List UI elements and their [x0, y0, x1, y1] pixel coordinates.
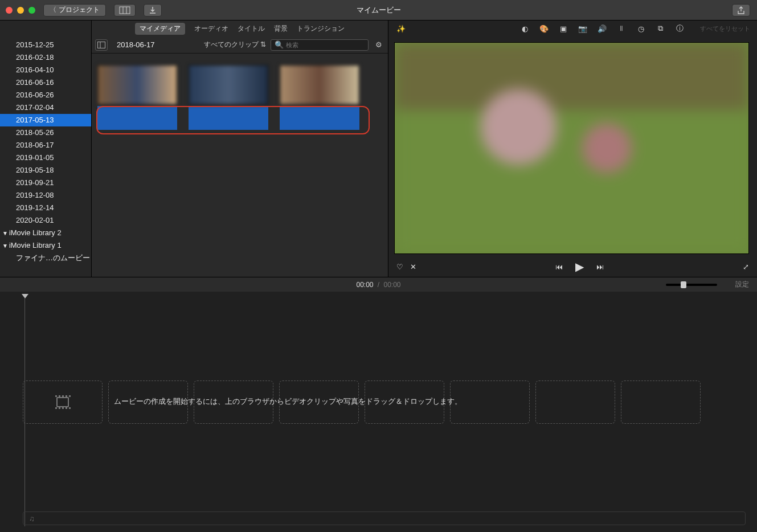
music-track[interactable]: ♫ [23, 511, 746, 525]
close-window-icon[interactable] [6, 7, 13, 14]
heart-icon: ♡ [396, 263, 403, 271]
clip-filter-dropdown[interactable]: すべてのクリップ ⇅ [204, 40, 266, 50]
enhance-button[interactable]: ✨ [395, 23, 407, 34]
search-field[interactable]: 🔍 [271, 39, 369, 51]
event-item[interactable]: 2015-12-25 [0, 39, 91, 51]
tab-audio[interactable]: オーディオ [194, 24, 228, 34]
crop-button[interactable]: ▣ [558, 23, 569, 34]
playhead-marker-icon[interactable] [22, 294, 28, 298]
skip-forward-icon: ⏭ [596, 263, 604, 271]
video-preview[interactable] [394, 42, 749, 254]
transport-controls: ♡ ✕ ⏮ ▶ ⏭ ⤢ [388, 256, 757, 277]
play-button[interactable]: ▶ [575, 260, 584, 273]
tab-titles[interactable]: タイトル [238, 24, 265, 34]
zoom-slider[interactable] [666, 284, 717, 286]
updown-icon: ⇅ [260, 40, 266, 48]
clip-audio-waveform[interactable] [97, 106, 177, 130]
tab-backgrounds[interactable]: 背景 [274, 24, 288, 34]
event-item-selected[interactable]: 2017-05-13 [0, 114, 91, 126]
wand-icon: ✨ [396, 24, 406, 33]
palette-icon: 🎨 [539, 24, 549, 33]
clip-audio-waveform[interactable] [189, 106, 268, 130]
back-to-projects-label: プロジェクト [59, 5, 100, 15]
filter-button[interactable]: ⧉ [654, 23, 666, 34]
event-item[interactable]: 2016-04-10 [0, 64, 91, 76]
import-button[interactable] [144, 4, 162, 17]
event-item[interactable]: 2019-09-21 [0, 177, 91, 189]
view-options-button[interactable] [114, 4, 136, 17]
color-correction-button[interactable]: 🎨 [538, 23, 550, 34]
next-button[interactable]: ⏭ [596, 263, 604, 271]
reject-button[interactable]: ✕ [410, 263, 416, 271]
event-item[interactable]: 2020-02-01 [0, 214, 91, 227]
expand-icon: ⤢ [743, 263, 749, 271]
minimize-window-icon[interactable] [17, 7, 24, 14]
event-item[interactable]: 2018-06-17 [0, 139, 91, 152]
timeline-empty-slot[interactable] [621, 380, 701, 424]
svg-rect-0 [120, 7, 130, 14]
chevron-left-icon: 〈 [50, 5, 56, 15]
window-controls [6, 7, 35, 14]
event-item[interactable]: 2017-02-04 [0, 101, 91, 114]
event-item[interactable]: 2016-06-26 [0, 89, 91, 101]
clip-item[interactable] [280, 65, 359, 130]
event-item[interactable]: 2016-02-18 [0, 51, 91, 64]
previous-button[interactable]: ⏮ [555, 263, 563, 271]
media-browser: マイメディア オーディオ タイトル 背景 トランジション 2018-06-17 … [92, 21, 388, 277]
library-sub-item[interactable]: ファイナ…のムービー [0, 252, 91, 264]
library-sidebar: 2015-12-25 2016-02-18 2016-04-10 2016-06… [0, 21, 92, 277]
tab-my-media[interactable]: マイメディア [135, 23, 185, 35]
x-icon: ✕ [410, 263, 416, 271]
zoom-window-icon[interactable] [28, 7, 35, 14]
volume-button[interactable]: 🔊 [596, 23, 608, 34]
clip-audio-waveform[interactable] [280, 106, 359, 130]
search-input[interactable] [286, 42, 365, 48]
crop-icon: ▣ [560, 24, 567, 33]
event-item[interactable]: 2019-12-08 [0, 189, 91, 202]
speed-button[interactable]: ◷ [635, 23, 646, 34]
timecode-bar: 00:00 / 00:00 設定 [0, 277, 757, 292]
info-button[interactable]: ⓘ [674, 23, 685, 34]
disclosure-triangle-icon[interactable]: ▼ [2, 240, 8, 252]
timeline-settings-button[interactable]: 設定 [735, 280, 749, 289]
clip-item[interactable] [189, 65, 268, 130]
disclosure-triangle-icon[interactable]: ▼ [2, 227, 8, 240]
timeline-empty-slot[interactable] [450, 380, 530, 424]
browser-toolbar: 2018-06-17 すべてのクリップ ⇅ 🔍 ⚙ [92, 36, 388, 54]
timeline-hint-text: ムービーの作成を開始するには、上のブラウザからビデオクリップや写真をドラッグ＆ド… [114, 396, 462, 407]
music-note-icon: ♫ [29, 514, 35, 523]
volume-icon: 🔊 [598, 24, 607, 33]
toggle-sidebar-button[interactable] [95, 39, 108, 51]
tab-transitions[interactable]: トランジション [297, 24, 345, 34]
timeline[interactable]: ムービーの作成を開始するには、上のブラウザからビデオクリップや写真をドラッグ＆ド… [0, 292, 757, 532]
library-item[interactable]: ▼iMovie Library 1 [0, 239, 91, 252]
clip-thumbnail[interactable] [97, 65, 177, 105]
clip-thumbnail[interactable] [189, 65, 268, 105]
clip-item[interactable] [97, 65, 177, 130]
event-item[interactable]: 2016-06-16 [0, 76, 91, 89]
timecode-display: 00:00 / 00:00 [356, 281, 400, 289]
browser-event-title: 2018-06-17 [112, 40, 159, 49]
event-item[interactable]: 2019-05-18 [0, 164, 91, 177]
favorite-button[interactable]: ♡ [396, 263, 403, 271]
timeline-empty-slot[interactable] [23, 380, 103, 424]
timeline-empty-slot[interactable] [535, 380, 615, 424]
noise-eq-button[interactable]: ⫴ [616, 23, 627, 34]
reset-all-button[interactable]: すべてをリセット [700, 24, 750, 33]
stabilization-button[interactable]: 📷 [577, 23, 588, 34]
event-item[interactable]: 2018-05-26 [0, 126, 91, 139]
share-button[interactable] [732, 4, 750, 17]
timeline-track[interactable]: ムービーの作成を開始するには、上のブラウザからビデオクリップや写真をドラッグ＆ド… [23, 380, 734, 424]
viewer-panel: ✨ ◐ 🎨 ▣ 📷 🔊 ⫴ ◷ ⧉ ⓘ すべてをリセット ♡ ✕ ⏮ ▶ ⏭ ⤢ [388, 21, 757, 277]
viewer-toolbar: ✨ ◐ 🎨 ▣ 📷 🔊 ⫴ ◷ ⧉ ⓘ すべてをリセット [388, 21, 757, 36]
clip-thumbnail[interactable] [280, 65, 359, 105]
library-item[interactable]: ▼iMovie Library 2 [0, 227, 91, 239]
fullscreen-button[interactable]: ⤢ [743, 263, 749, 271]
browser-settings-button[interactable]: ⚙ [373, 40, 384, 49]
event-item[interactable]: 2019-01-05 [0, 152, 91, 164]
eq-icon: ⫴ [620, 24, 623, 33]
color-balance-button[interactable]: ◐ [519, 23, 530, 34]
event-item[interactable]: 2019-12-14 [0, 202, 91, 214]
back-to-projects-button[interactable]: 〈 プロジェクト [43, 4, 106, 17]
event-list: 2015-12-25 2016-02-18 2016-04-10 2016-06… [0, 36, 91, 264]
